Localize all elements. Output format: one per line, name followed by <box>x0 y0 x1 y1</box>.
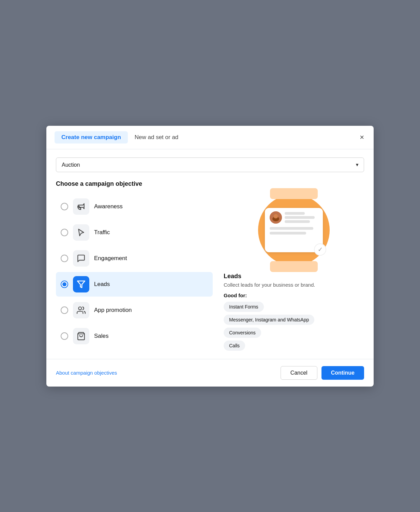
objectives-list: Awareness Traffic <box>56 194 213 351</box>
objective-item-sales[interactable]: Sales <box>56 324 213 348</box>
illu-top-card <box>270 188 318 199</box>
cursor-icon <box>77 228 86 237</box>
modal-footer: About campaign objectives Cancel Continu… <box>46 359 374 387</box>
illu-line-3 <box>285 220 310 223</box>
tag-instant-forms: Instant Forms <box>224 302 264 312</box>
tag-messenger: Messenger, Instagram and WhatsApp <box>224 315 314 325</box>
engagement-label: Engagement <box>94 255 127 262</box>
tab-new-ad-set[interactable]: New ad set or ad <box>128 131 185 144</box>
tab-create-campaign[interactable]: Create new campaign <box>55 131 128 144</box>
objective-item-app-promotion[interactable]: App promotion <box>56 298 213 322</box>
radio-sales <box>61 332 68 340</box>
detail-good-for-label: Good for: <box>224 292 247 298</box>
radio-leads <box>61 281 68 288</box>
radio-awareness <box>61 203 68 210</box>
objective-item-awareness[interactable]: Awareness <box>56 194 213 219</box>
modal-body: Auction Reservation ▼ Choose a campaign … <box>46 149 374 359</box>
radio-engagement <box>61 255 68 262</box>
engagement-icon-box <box>73 250 89 267</box>
objective-item-traffic[interactable]: Traffic <box>56 220 213 245</box>
modal-backdrop: Create new campaign New ad set or ad × A… <box>43 86 377 426</box>
svg-marker-0 <box>77 281 85 288</box>
content-area: Awareness Traffic <box>56 194 364 351</box>
illu-inner: ✓ <box>265 208 323 252</box>
buying-type-dropdown-wrapper: Auction Reservation ▼ <box>56 157 364 172</box>
bag-icon <box>77 332 86 341</box>
buying-type-select[interactable]: Auction Reservation <box>56 157 364 172</box>
continue-button[interactable]: Continue <box>321 366 364 380</box>
megaphone-icon <box>77 202 86 211</box>
radio-app-promotion <box>61 306 68 314</box>
radio-leads-inner <box>62 282 66 286</box>
chat-icon <box>77 254 86 263</box>
cancel-button[interactable]: Cancel <box>281 366 317 380</box>
tag-conversions: Conversions <box>224 328 261 338</box>
svg-point-1 <box>78 307 81 310</box>
illu-check-icon: ✓ <box>314 243 326 256</box>
illu-line-2 <box>285 216 315 219</box>
objective-item-leads[interactable]: Leads <box>56 272 213 297</box>
illu-line-4 <box>270 227 313 230</box>
filter-icon <box>77 280 86 289</box>
tag-calls: Calls <box>224 341 245 351</box>
illu-card: ✓ <box>265 208 323 252</box>
app-promotion-icon-box <box>73 302 89 318</box>
footer-buttons: Cancel Continue <box>281 366 364 380</box>
objective-item-engagement[interactable]: Engagement <box>56 246 213 271</box>
sales-icon-box <box>73 328 89 344</box>
sales-label: Sales <box>94 333 109 340</box>
illu-avatar <box>270 211 282 224</box>
leads-label: Leads <box>94 281 110 288</box>
section-title: Choose a campaign objective <box>56 180 364 187</box>
campaign-modal: Create new campaign New ad set or ad × A… <box>46 126 374 387</box>
detail-title: Leads <box>224 273 241 280</box>
illu-lines <box>285 212 318 223</box>
illu-avatar-row <box>270 211 318 224</box>
awareness-label: Awareness <box>94 203 123 210</box>
buying-type-row: Auction Reservation ▼ <box>56 157 364 172</box>
detail-panel: ✓ Leads Collect leads for your business … <box>224 194 364 351</box>
about-objectives-link[interactable]: About campaign objectives <box>56 370 117 376</box>
svg-point-6 <box>274 214 278 218</box>
leads-illustration: ✓ <box>258 194 330 266</box>
detail-description: Collect leads for your business or brand… <box>224 282 315 288</box>
close-button[interactable]: × <box>358 132 365 142</box>
illu-line-5 <box>270 232 306 235</box>
radio-traffic <box>61 229 68 236</box>
modal-header: Create new campaign New ad set or ad × <box>46 126 374 149</box>
leads-icon-box <box>73 276 89 292</box>
app-promotion-label: App promotion <box>94 307 132 314</box>
awareness-icon-box <box>73 198 89 215</box>
tags-list: Instant Forms Messenger, Instagram and W… <box>224 302 314 351</box>
traffic-icon-box <box>73 224 89 241</box>
users-icon <box>77 306 86 315</box>
illu-bottom-card <box>270 261 318 272</box>
illu-line-1 <box>285 212 305 215</box>
traffic-label: Traffic <box>94 229 110 236</box>
